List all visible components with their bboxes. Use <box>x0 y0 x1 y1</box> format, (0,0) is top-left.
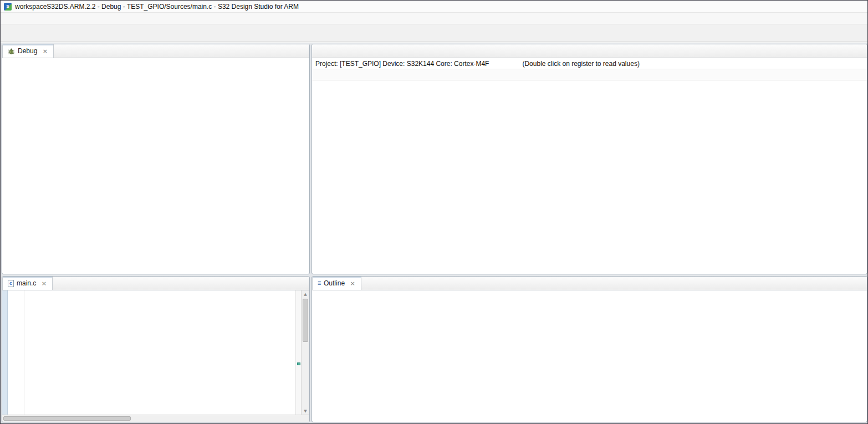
tab-main-c-close-icon[interactable]: × <box>40 280 47 287</box>
app-icon: S <box>4 3 12 11</box>
debug-tabbar: Debug × <box>2 44 309 58</box>
outline-icon: ≡ <box>318 280 321 286</box>
register-table-header <box>312 69 867 80</box>
tab-main-c[interactable]: main.c × <box>2 277 53 290</box>
outline-tabbar: ≡ Outline × <box>312 277 867 290</box>
debug-view: Debug × <box>2 44 310 274</box>
tab-outline-close-icon[interactable]: × <box>349 280 356 287</box>
tab-spacer <box>54 44 305 58</box>
horizontal-scrollbar[interactable] <box>2 415 309 422</box>
code-editor[interactable]: ▲ ▼ <box>2 290 309 415</box>
editor-view: main.c × ▲ ▼ <box>2 276 310 422</box>
embsys-info-line: Project: [TEST_GPIO] Device: S32K144 Cor… <box>312 58 867 69</box>
window-title: workspaceS32DS.ARM.2.2 - Debug - TEST_GP… <box>15 3 299 11</box>
outline-list <box>312 290 867 295</box>
tab-outline-label: Outline <box>324 279 345 287</box>
code-area[interactable] <box>24 290 295 415</box>
tab-main-c-label: main.c <box>17 279 36 287</box>
embsys-registers-view: Project: [TEST_GPIO] Device: S32K144 Cor… <box>312 44 867 274</box>
tab-debug[interactable]: Debug × <box>2 44 54 58</box>
scroll-down-icon[interactable]: ▼ <box>302 407 309 415</box>
main-toolbar <box>1 24 867 42</box>
titlebar: S workspaceS32DS.ARM.2.2 - Debug - TEST_… <box>1 1 867 13</box>
tab-spacer <box>53 277 305 290</box>
tab-debug-label: Debug <box>18 47 37 55</box>
vertical-scrollbar-thumb[interactable] <box>303 299 308 342</box>
tab-outline[interactable]: ≡ Outline × <box>312 277 361 290</box>
embsys-hint: (Double click on register to read values… <box>522 60 639 68</box>
bug-icon <box>8 48 15 55</box>
editor-tabbar: main.c × <box>2 277 309 290</box>
app-window: S workspaceS32DS.ARM.2.2 - Debug - TEST_… <box>0 0 868 424</box>
outline-view: ≡ Outline × <box>312 276 867 422</box>
c-file-icon <box>8 280 14 287</box>
editor-view-toolbar <box>305 277 309 290</box>
workbench: Debug × Project: [TEST_GPIO] Device: S32… <box>1 43 867 423</box>
annotation-ruler[interactable] <box>2 290 8 415</box>
scroll-up-icon[interactable]: ▲ <box>302 290 309 298</box>
embsys-project-device: Project: [TEST_GPIO] Device: S32K144 Cor… <box>315 60 489 68</box>
overview-ruler[interactable] <box>295 290 301 415</box>
line-number-gutter[interactable] <box>8 290 24 415</box>
tab-debug-close-icon[interactable]: × <box>42 48 48 55</box>
horizontal-scrollbar-thumb[interactable] <box>3 416 131 421</box>
debug-view-toolbar <box>305 44 309 58</box>
debug-launch-tree <box>2 58 309 61</box>
vertical-scrollbar[interactable]: ▲ ▼ <box>301 290 309 415</box>
embsys-tabbar <box>312 44 867 58</box>
overview-mark <box>297 362 300 365</box>
menubar <box>1 13 867 24</box>
tab-spacer <box>361 277 867 290</box>
